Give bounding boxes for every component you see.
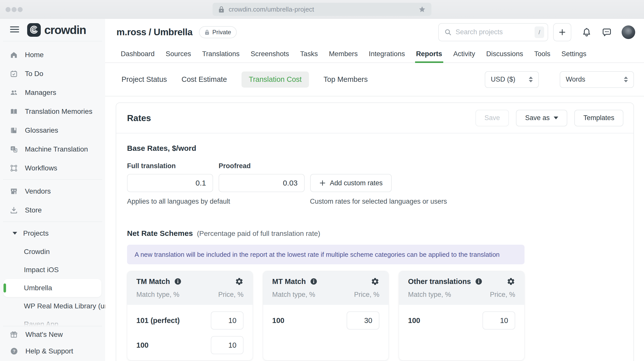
full-translation-rate-input[interactable] <box>127 174 213 192</box>
plus-icon <box>319 180 326 186</box>
main-content: m.ross / Umbrella Private / <box>105 19 644 361</box>
user-avatar[interactable] <box>622 25 635 39</box>
privacy-badge-label: Private <box>212 29 231 36</box>
ssl-lock-icon <box>218 6 225 13</box>
mt-match-card-header: MT Match Match type, % Price, % <box>263 271 388 305</box>
save-button[interactable]: Save <box>475 110 509 126</box>
tab-translations[interactable]: Translations <box>202 45 239 62</box>
other-translations-100-price-input[interactable] <box>482 311 515 330</box>
save-as-button[interactable]: Save as <box>516 110 567 126</box>
sidebar-item-whats-new[interactable]: What's New <box>0 326 105 343</box>
tab-integrations[interactable]: Integrations <box>369 45 405 62</box>
create-project-button[interactable] <box>553 23 571 41</box>
url-text: crowdin.com/umbrella-project <box>229 6 414 13</box>
tab-tasks[interactable]: Tasks <box>300 45 318 62</box>
tm-match-101-price-input[interactable] <box>211 311 244 330</box>
templates-button[interactable]: Templates <box>574 110 623 126</box>
tab-screenshots[interactable]: Screenshots <box>251 45 289 62</box>
rates-card-header: Rates Save Save as Templates <box>116 103 633 133</box>
price-column-label: Price, % <box>490 291 515 299</box>
sidebar-project-crowdin[interactable]: Crowdin <box>0 243 105 261</box>
other-translations-title: Other translations <box>408 277 471 286</box>
subtab-translation-cost[interactable]: Translation Cost <box>242 71 309 88</box>
tab-sources[interactable]: Sources <box>166 45 191 62</box>
tab-tools[interactable]: Tools <box>534 45 550 62</box>
messages-button[interactable] <box>602 27 612 37</box>
sidebar-project-wp-real-media-library[interactable]: WP Real Media Library (un··· <box>0 297 105 315</box>
sidebar-group-projects[interactable]: Projects <box>0 224 105 243</box>
tab-settings[interactable]: Settings <box>561 45 586 62</box>
page-title: m.ross / Umbrella <box>116 27 192 38</box>
tab-discussions[interactable]: Discussions <box>486 45 523 62</box>
tab-activity[interactable]: Activity <box>453 45 475 62</box>
crowdin-wordmark: crowdin <box>44 23 86 37</box>
crowdin-logo[interactable]: crowdin <box>27 23 86 37</box>
browser-url-bar[interactable]: crowdin.com/umbrella-project <box>213 3 431 16</box>
tm-match-card-header: TM Match Match type, % Price, % <box>127 271 253 305</box>
sidebar-item-home[interactable]: Home <box>0 45 105 64</box>
search-icon <box>444 28 452 36</box>
gear-icon[interactable] <box>235 277 244 286</box>
managers-icon <box>10 89 18 96</box>
proofread-rate-input[interactable] <box>219 174 305 192</box>
window-minimize-button[interactable] <box>12 7 17 12</box>
other-translations-card-header: Other translations Match type, % Price, … <box>399 271 524 305</box>
mt-match-title: MT Match <box>272 277 306 286</box>
bookmark-star-icon[interactable] <box>418 6 426 13</box>
tab-reports[interactable]: Reports <box>416 45 442 62</box>
mt-match-100-price-input[interactable] <box>347 311 379 330</box>
gear-icon[interactable] <box>507 277 515 286</box>
add-custom-rates-button[interactable]: Add custom rates <box>310 174 392 192</box>
subtab-cost-estimate[interactable]: Cost Estimate <box>182 75 227 84</box>
subtab-project-status[interactable]: Project Status <box>122 75 167 84</box>
select-arrows-icon <box>624 77 628 82</box>
unit-select-value: Words <box>566 76 585 83</box>
net-rate-schemes-heading: Net Rate Schemes <box>127 229 193 238</box>
info-icon[interactable] <box>310 278 317 285</box>
currency-select-value: USD ($) <box>491 76 515 83</box>
sidebar-item-machine-translation[interactable]: GA Machine Translation <box>0 140 105 159</box>
machine-translation-icon: GA <box>10 146 18 153</box>
sidebar-item-vendors[interactable]: Vendors <box>0 182 105 201</box>
subtab-top-members[interactable]: Top Members <box>324 75 368 84</box>
sidebar-item-managers[interactable]: Managers <box>0 83 105 102</box>
tab-dashboard[interactable]: Dashboard <box>121 45 155 62</box>
mt-match-row-100: 100 <box>263 311 388 330</box>
sidebar-item-store[interactable]: Store <box>0 201 105 220</box>
search-shortcut-key: / <box>535 26 544 38</box>
menu-hamburger-icon[interactable] <box>10 26 19 34</box>
sidebar-item-todo[interactable]: To Do <box>0 64 105 83</box>
workflows-icon <box>10 164 18 172</box>
sidebar-item-help-support[interactable]: ? Help & Support <box>0 343 105 359</box>
sidebar-item-workflows[interactable]: Workflows <box>0 159 105 177</box>
currency-select[interactable]: USD ($) <box>485 71 539 88</box>
unit-select[interactable]: Words <box>560 71 634 88</box>
custom-rates-note: Custom rates for selected languages or u… <box>310 198 447 205</box>
report-subtabs: Project Status Cost Estimate Translation… <box>105 63 644 96</box>
lock-icon <box>205 29 210 35</box>
window-zoom-button[interactable] <box>18 7 23 12</box>
info-icon[interactable] <box>475 278 482 285</box>
info-icon[interactable] <box>174 278 182 285</box>
tm-match-100-price-input[interactable] <box>211 336 244 354</box>
net-rate-scheme-cards: TM Match Match type, % Price, % <box>127 271 623 360</box>
translation-memories-icon <box>10 108 18 115</box>
match-type-column-label: Match type, % <box>272 291 315 299</box>
tab-members[interactable]: Members <box>329 45 358 62</box>
tm-match-title: TM Match <box>136 277 170 286</box>
sidebar-project-umbrella[interactable]: Umbrella <box>4 279 101 297</box>
price-column-label: Price, % <box>354 291 379 299</box>
match-type-column-label: Match type, % <box>136 291 179 299</box>
sidebar-project-impact-ios[interactable]: Impact iOS <box>0 261 105 279</box>
gear-icon[interactable] <box>371 277 379 286</box>
sidebar-item-translation-memories[interactable]: Translation Memories <box>0 102 105 121</box>
window-close-button[interactable] <box>6 7 11 12</box>
info-banner-text: A new translation will be included in th… <box>135 251 500 259</box>
base-rates-note: Applies to all languages by default <box>127 198 310 205</box>
sidebar-divider <box>3 222 102 222</box>
project-header: m.ross / Umbrella Private / <box>105 19 644 45</box>
search-input[interactable] <box>456 28 531 36</box>
sidebar-item-glossaries[interactable]: Glossaries <box>0 121 105 140</box>
notifications-button[interactable] <box>582 27 591 37</box>
sidebar-nav: Home To Do Managers Translation Memories… <box>0 41 105 326</box>
